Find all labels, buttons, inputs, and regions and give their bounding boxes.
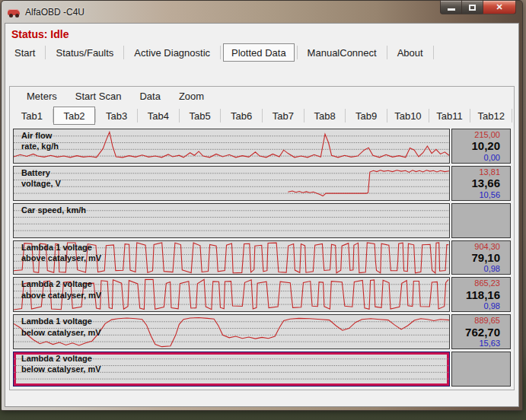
- plot-label-battery-voltage-v: Batteryvoltage, V: [21, 167, 61, 189]
- max-value: 904,30: [474, 242, 500, 251]
- plot-area-lambda-2-voltage-below-catalyser-mv[interactable]: Lambda 2 voltagebelow catalyser, mV: [13, 352, 450, 387]
- plot-label-car-speed-km-h: Car speed, km/h: [21, 205, 86, 215]
- plot-label-line2: above catalyser, mV: [21, 253, 101, 263]
- plot-label-line1: Lambda 1 voltage: [21, 316, 101, 326]
- plot-area-battery-voltage-v[interactable]: Batteryvoltage, V: [13, 166, 450, 201]
- menu-item-start[interactable]: Start: [7, 43, 43, 62]
- menu-separator: [45, 46, 46, 59]
- close-button[interactable]: ✕: [483, 1, 516, 14]
- plot-label-line1: Air flow: [21, 130, 59, 141]
- tab-bar: Tab1Tab2Tab3Tab4Tab5Tab6Tab7Tab8Tab9Tab1…: [10, 106, 514, 126]
- current-value: 13,66: [471, 177, 500, 189]
- tab-tab3[interactable]: Tab3: [96, 107, 137, 125]
- plot-area-car-speed-km-h[interactable]: Car speed, km/h: [13, 203, 450, 238]
- plot-label-air-flow-rate-kg-h: Air flowrate, kg/h: [21, 130, 59, 152]
- min-value: 0,98: [484, 301, 500, 310]
- max-value: 865,23: [474, 278, 500, 288]
- plot-area-air-flow-rate-kg-h[interactable]: Air flowrate, kg/h: [13, 129, 450, 164]
- maximize-icon: [469, 5, 476, 11]
- maximize-button[interactable]: [462, 1, 483, 14]
- menu-item-manualconnect[interactable]: ManualConnect: [300, 43, 384, 62]
- menu-separator: [433, 46, 434, 59]
- tab-tab12[interactable]: Tab12: [470, 107, 512, 125]
- app-car-icon: [8, 7, 21, 18]
- main-menubar: StartStatus/FaultsActive DiagnosticPlott…: [5, 43, 518, 62]
- plot-area-lambda-2-voltage-above-catalyser-mv[interactable]: Lambda 2 voltageabove catalyser, mV: [13, 277, 450, 312]
- plotted-data-panel: MetersStart ScanDataZoom Tab1Tab2Tab3Tab…: [9, 86, 515, 390]
- current-value: 79,10: [471, 251, 500, 264]
- minimize-button[interactable]: [440, 1, 462, 14]
- toolbar-item-meters[interactable]: Meters: [18, 89, 66, 103]
- plot-label-line2: below catalyser, mV: [21, 327, 101, 338]
- menu-item-active-diagnostic[interactable]: Active Diagnostic: [126, 43, 218, 62]
- tab-tab4[interactable]: Tab4: [138, 107, 179, 125]
- current-value: 10,20: [471, 139, 500, 152]
- value-cell-lambda-1-voltage-below-catalyser-mv: 889,65762,7015,63: [451, 314, 511, 349]
- plot-label-lambda-2-voltage-above-catalyser-mv: Lambda 2 voltageabove catalyser, mV: [21, 278, 101, 301]
- max-value: 889,65: [474, 316, 500, 325]
- plot-label-lambda-1-voltage-below-catalyser-mv: Lambda 1 voltagebelow catalyser, mV: [21, 316, 101, 338]
- plot-label-line1: Car speed, km/h: [21, 205, 86, 215]
- value-cell-car-speed-km-h: [451, 203, 511, 238]
- window-content: Status: Idle StartStatus/FaultsActive Di…: [5, 23, 519, 407]
- plot-label-lambda-2-voltage-below-catalyser-mv: Lambda 2 voltagebelow catalyser, mV: [21, 353, 101, 375]
- tab-tab1[interactable]: Tab1: [11, 107, 53, 125]
- min-value: 10,56: [479, 190, 500, 199]
- plot-label-lambda-1-voltage-above-catalyser-mv: Lambda 1 voltageabove catalyser, mV: [21, 242, 101, 264]
- plot-area-lambda-1-voltage-above-catalyser-mv[interactable]: Lambda 1 voltageabove catalyser, mV: [13, 240, 450, 275]
- plot-label-line2: voltage, V: [21, 178, 61, 189]
- toolbar-item-zoom[interactable]: Zoom: [170, 89, 213, 103]
- current-value: 762,70: [465, 326, 500, 339]
- tab-tab2[interactable]: Tab2: [53, 107, 96, 125]
- max-value: 13,81: [479, 167, 500, 177]
- menu-item-plotted-data[interactable]: Plotted Data: [223, 43, 295, 62]
- menu-separator: [387, 46, 387, 59]
- toolbar-item-start-scan[interactable]: Start Scan: [66, 89, 131, 103]
- signal-trace: [14, 132, 449, 158]
- menu-separator: [123, 46, 124, 59]
- menu-separator: [297, 46, 298, 59]
- menu-item-about[interactable]: About: [390, 43, 431, 62]
- tab-tab11[interactable]: Tab11: [429, 107, 470, 125]
- tab-tab5[interactable]: Tab5: [180, 107, 221, 125]
- value-cell-air-flow-rate-kg-h: 215,0010,200,00: [451, 129, 511, 164]
- status-text: Status: Idle: [5, 24, 518, 43]
- min-value: 15,63: [479, 339, 500, 348]
- tab-tab8[interactable]: Tab8: [304, 107, 346, 125]
- tab-tab10[interactable]: Tab10: [387, 107, 429, 125]
- app-window: AlfaOBD -C4U ✕ Status: Idle StartStatus/…: [1, 0, 523, 411]
- tab-separator: [512, 109, 512, 123]
- plot-area-lambda-1-voltage-below-catalyser-mv[interactable]: Lambda 1 voltagebelow catalyser, mV: [13, 314, 450, 349]
- close-icon: ✕: [496, 2, 502, 12]
- plot-label-line1: Battery: [21, 167, 61, 178]
- plot-label-line1: Lambda 2 voltage: [21, 278, 101, 289]
- tab-tab6[interactable]: Tab6: [221, 107, 262, 125]
- plot-label-line2: above catalyser, mV: [21, 290, 101, 301]
- toolbar-item-data[interactable]: Data: [130, 89, 169, 103]
- value-cell-lambda-1-voltage-above-catalyser-mv: 904,3079,100,98: [451, 240, 511, 275]
- value-cell-lambda-2-voltage-above-catalyser-mv: 865,23118,160,98: [451, 277, 511, 312]
- max-value: 215,00: [474, 130, 500, 139]
- tab-tab9[interactable]: Tab9: [346, 107, 387, 125]
- plot-label-line2: below catalyser, mV: [21, 364, 101, 374]
- menu-item-status-faults[interactable]: Status/Faults: [48, 43, 121, 62]
- plot-label-line2: rate, kg/h: [21, 141, 59, 151]
- title-bar[interactable]: AlfaOBD -C4U ✕: [2, 1, 522, 23]
- plot-label-line1: Lambda 1 voltage: [21, 242, 101, 253]
- signal-trace: [288, 170, 449, 196]
- menu-separator: [220, 46, 221, 59]
- plot-grid: Air flowrate, kg/h215,0010,200,00Battery…: [13, 129, 511, 387]
- minimize-icon: [448, 8, 455, 11]
- min-value: 0,98: [484, 264, 500, 273]
- value-cell-battery-voltage-v: 13,8113,6610,56: [451, 166, 511, 201]
- min-value: 0,00: [484, 153, 500, 162]
- window-title: AlfaOBD -C4U: [25, 7, 84, 18]
- value-cell-lambda-2-voltage-below-catalyser-mv: [451, 352, 511, 387]
- tab-tab7[interactable]: Tab7: [263, 107, 304, 125]
- plot-toolbar: MetersStart ScanDataZoom: [10, 87, 514, 106]
- current-value: 118,16: [466, 288, 500, 301]
- plot-label-line1: Lambda 2 voltage: [21, 353, 101, 364]
